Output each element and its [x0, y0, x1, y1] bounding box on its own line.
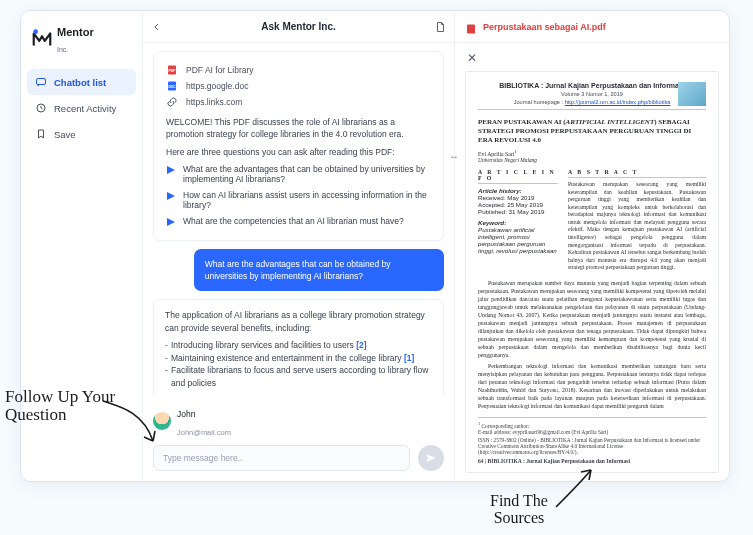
source-row-pdf[interactable]: PDF PDF AI for Library [166, 62, 431, 78]
ai-message: The application of AI librarians as a co… [153, 299, 444, 395]
chat-scroll: PDF PDF AI for Library DOC https.google.… [143, 43, 454, 395]
journal-cover-thumb [678, 82, 706, 106]
message-input[interactable] [153, 445, 410, 471]
journal-header: BIBLIOTIKA : Jurnal Kajian Perpustakaan … [478, 82, 706, 110]
author-affiliation: Universitas Negeri Malang [478, 157, 706, 163]
chat-title: Ask Mentor Inc. [171, 21, 426, 32]
journal-volume: Volume 3 Nomor 1, 2019 [478, 91, 706, 97]
page-footer: 1 Corresponding author: E-mail address: … [478, 417, 706, 464]
play-icon [166, 217, 176, 227]
brand-sub: Inc. [57, 46, 68, 53]
bookmark-icon [35, 128, 47, 140]
annotation-sources: Find The Sources [490, 493, 548, 527]
pdf-icon [465, 21, 477, 33]
article-info-heading: A R T I C L E I N F O [478, 169, 558, 184]
paper-body: Pustakawan merupakan sumber daya manusia… [478, 280, 706, 411]
source-row-doc[interactable]: DOC https.google.doc [166, 78, 431, 94]
suggested-questions: What are the advantages that can be obta… [166, 161, 431, 230]
chat-icon [35, 76, 47, 88]
brand-logo: Mentor Inc. [21, 11, 142, 65]
source-label: https.google.doc [186, 81, 248, 91]
suggested-question[interactable]: What are the competencies that an AI lib… [166, 213, 431, 230]
sidebar-item-chatbot-list[interactable]: Chatbot list [27, 69, 136, 95]
pdf-page: BIBLIOTIKA : Jurnal Kajian Perpustakaan … [465, 71, 719, 473]
question-text: What are the advantages that can be obta… [183, 164, 431, 184]
paper-title: PERAN PUSTAKAWAN AI (ARTIFICIAL INTELLIG… [478, 118, 706, 144]
svg-rect-1 [37, 79, 46, 85]
chat-header: Ask Mentor Inc. [143, 11, 454, 43]
link-icon [166, 96, 178, 108]
journal-homepage-link[interactable]: http://journal2.um.ac.id/index.php/bibli… [565, 99, 671, 105]
author-name: Evi Aprilia Sari1 [478, 149, 706, 157]
sidebar-item-label: Chatbot list [54, 77, 106, 88]
resize-handle-icon[interactable]: ↔ [449, 151, 459, 162]
user-email: John@mail.com [177, 428, 231, 437]
current-user: John John@mail.com [153, 403, 444, 439]
user-message: What are the advantages that can be obta… [194, 249, 444, 292]
back-button[interactable] [143, 21, 171, 33]
close-button[interactable]: ✕ [465, 51, 479, 65]
welcome-card: PDF PDF AI for Library DOC https.google.… [153, 51, 444, 241]
pdf-header: Perpustakaan sebagai AI.pdf [455, 11, 729, 43]
sidebar-item-label: Recent Activity [54, 103, 116, 114]
arrow-icon [546, 462, 606, 516]
answer-intro: The application of AI librarians as a co… [165, 309, 432, 335]
svg-rect-7 [467, 24, 475, 33]
question-text: What are the competencies that an AI lib… [183, 216, 404, 226]
send-button[interactable] [418, 445, 444, 471]
chat-panel: Ask Mentor Inc. PDF PDF AI for Library D… [143, 11, 455, 481]
suggested-question[interactable]: What are the advantages that can be obta… [166, 161, 431, 187]
answer-point: Maintaining existence and entertainment … [165, 352, 432, 365]
svg-point-0 [33, 29, 38, 34]
doc-icon: DOC [166, 80, 178, 92]
play-icon [166, 191, 176, 201]
pdf-filename: Perpustakaan sebagai AI.pdf [483, 22, 606, 32]
answer-point: Introducing library services and facilit… [165, 339, 432, 352]
pdf-panel: ↔ Perpustakaan sebagai AI.pdf ✕ BIBLIOTI… [455, 11, 729, 481]
pdf-view: ✕ BIBLIOTIKA : Jurnal Kajian Perpustakaa… [455, 43, 729, 481]
document-button[interactable] [426, 21, 454, 33]
source-row-link[interactable]: https.links.com [166, 94, 431, 110]
sidebar-item-save[interactable]: Save [27, 121, 136, 147]
play-icon [166, 165, 176, 175]
pdf-icon: PDF [166, 64, 178, 76]
suggested-question[interactable]: How can AI librarians assist users in ac… [166, 187, 431, 213]
sidebar-item-recent[interactable]: Recent Activity [27, 95, 136, 121]
citation-link[interactable]: [1] [404, 353, 414, 363]
sidebar-nav: Chatbot list Recent Activity Save [21, 65, 142, 151]
sidebar-item-label: Save [54, 129, 76, 140]
question-text: How can AI librarians assist users in ac… [183, 190, 431, 210]
history-icon [35, 102, 47, 114]
welcome-text: WELCOME! This PDF discusses the role of … [166, 116, 431, 141]
source-label: PDF AI for Library [186, 65, 254, 75]
arrow-icon [98, 396, 168, 460]
svg-text:PDF: PDF [169, 69, 177, 73]
citation-link[interactable]: [2] [356, 340, 366, 350]
answer-point: Facilitate librarians to focus and serve… [165, 364, 432, 390]
abstract-heading: A B S T R A C T [568, 169, 706, 178]
abstract-text: Pustakawan merupakan seseorang yang memi… [568, 181, 706, 272]
journal-name: BIBLIOTIKA : Jurnal Kajian Perpustakaan … [478, 82, 706, 89]
composer: John John@mail.com [143, 395, 454, 481]
user-name: John [177, 409, 195, 419]
source-label: https.links.com [186, 97, 242, 107]
svg-text:DOC: DOC [168, 85, 176, 89]
brand-name: Mentor [57, 26, 94, 38]
questions-hint: Here are three questions you can ask aft… [166, 147, 431, 157]
brand-mark-icon [31, 28, 53, 50]
